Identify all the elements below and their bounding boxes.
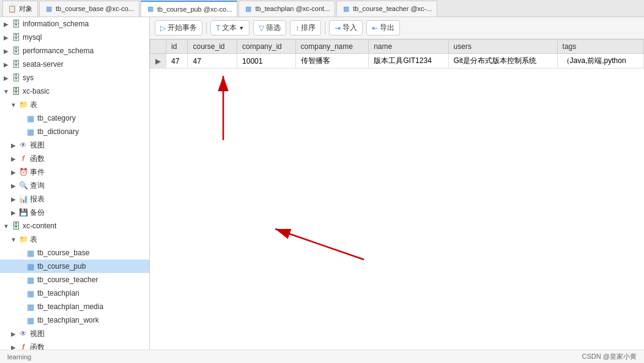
tab-course-pub[interactable]: ▦ tb_course_pub @xc-co... <box>141 1 237 17</box>
expand-icon: ▼ <box>10 236 17 243</box>
toolbar-separator-1 <box>206 22 207 34</box>
expand-icon: ▶ <box>10 209 17 216</box>
tab-course-base[interactable]: ▦ tb_course_base @xc-co... <box>39 1 139 17</box>
status-left: learning <box>7 353 31 361</box>
filter-icon: ▽ <box>259 24 264 32</box>
sidebar-item-tb-course-pub[interactable]: ▶ ▦ tb_course_pub <box>0 260 149 273</box>
table-grid-icon: ▦ <box>26 302 35 312</box>
expand-icon: ▶ <box>10 155 17 162</box>
tab-bar: 📋 对象 ▦ tb_course_base @xc-co... ▦ tb_cou… <box>0 0 644 17</box>
text-button[interactable]: T 文本 ▼ <box>210 20 250 36</box>
sidebar-item-xc-content-views[interactable]: ▶ 👁 视图 <box>0 327 149 340</box>
col-tags: tags <box>557 40 643 54</box>
table-grid-icon: ▦ <box>26 315 35 325</box>
sidebar-item-tb-course-base[interactable]: ▶ ▦ tb_course_base <box>0 246 149 260</box>
sort-button[interactable]: ↕ 排序 <box>290 20 321 36</box>
expand-icon: ▼ <box>2 222 10 230</box>
report-icon: 📊 <box>18 194 28 204</box>
sidebar-item-xc-content[interactable]: ▼ 🗄 xc-content <box>0 219 149 233</box>
import-icon: ⇥ <box>335 24 341 32</box>
sidebar-item-tb-dictionary[interactable]: ▶ ▦ tb_dictionary <box>0 125 149 138</box>
expand-icon: ▼ <box>10 101 17 108</box>
sidebar-item-xc-basic-funcs[interactable]: ▶ f 函数 <box>0 152 149 165</box>
table-icon-1: ▦ <box>45 4 53 13</box>
db-icon: 🗄 <box>11 19 21 29</box>
func-icon: f <box>18 342 28 350</box>
cell-company-id: 10001 <box>237 54 295 69</box>
sidebar-item-performance-schema[interactable]: ▶ 🗄 performance_schema <box>0 44 149 58</box>
dropdown-arrow: ▼ <box>239 25 244 31</box>
cell-company-name: 传智播客 <box>295 54 369 69</box>
begin-transaction-button[interactable]: ▷ 开始事务 <box>155 20 202 36</box>
db-icon-xc-basic: 🗄 <box>11 86 21 96</box>
db-icon: 🗄 <box>11 73 21 83</box>
object-icon: 📋 <box>8 4 17 13</box>
cell-tags: （Java,前端,python <box>557 54 643 69</box>
table-grid-icon: ▦ <box>26 261 35 271</box>
db-icon: 🗄 <box>11 59 21 69</box>
sidebar-item-xc-content-funcs[interactable]: ▶ f 函数 <box>0 340 149 350</box>
sidebar-item-xc-basic-tables[interactable]: ▼ 📁 表 <box>0 98 149 111</box>
table-grid-icon: ▦ <box>26 127 35 137</box>
db-icon: 🗄 <box>11 32 21 42</box>
view-icon: 👁 <box>18 140 28 150</box>
sidebar-item-sys[interactable]: ▶ 🗄 sys <box>0 71 149 84</box>
sidebar-item-tb-teachplan-media[interactable]: ▶ ▦ tb_teachplan_media <box>0 300 149 313</box>
expand-icon: ▶ <box>10 182 17 189</box>
export-button[interactable]: ⇤ 导出 <box>366 20 400 36</box>
filter-button[interactable]: ▽ 筛选 <box>253 20 286 36</box>
sidebar-item-information-schema[interactable]: ▶ 🗄 information_schema <box>0 17 149 31</box>
sidebar-item-tb-teachplan[interactable]: ▶ ▦ tb_teachplan <box>0 286 149 300</box>
col-course-id: course_id <box>188 40 237 54</box>
col-company-id: company_id <box>237 40 295 54</box>
folder-icon: 📁 <box>18 100 28 110</box>
sidebar-item-tb-teachplan-work[interactable]: ▶ ▦ tb_teachplan_work <box>0 313 149 327</box>
col-company-name: company_name <box>295 40 369 54</box>
expand-icon: ▶ <box>10 343 17 350</box>
sidebar-item-xc-basic-reports[interactable]: ▶ 📊 报表 <box>0 192 149 206</box>
sidebar-item-xc-basic[interactable]: ▼ 🗄 xc-basic <box>0 84 149 98</box>
content-area: ▷ 开始事务 T 文本 ▼ ▽ 筛选 ↕ 排序 ⇥ 导入 <box>150 17 644 350</box>
query-icon: 🔍 <box>18 181 28 190</box>
sidebar-item-xc-basic-views[interactable]: ▶ 👁 视图 <box>0 138 149 152</box>
sidebar-item-xc-basic-events[interactable]: ▶ ⏰ 事件 <box>0 165 149 179</box>
event-icon: ⏰ <box>18 167 28 177</box>
data-table-wrapper: id course_id company_id company_name nam… <box>150 39 644 350</box>
sidebar-item-mysql[interactable]: ▶ 🗄 mysql <box>0 31 149 44</box>
db-icon-xc-content: 🗄 <box>11 221 21 231</box>
sidebar-item-xc-basic-backup[interactable]: ▶ 💾 备份 <box>0 206 149 219</box>
sidebar-item-seata-server[interactable]: ▶ 🗄 seata-server <box>0 58 149 71</box>
table-icon-2: ▦ <box>146 5 155 13</box>
folder-icon: 📁 <box>18 234 28 244</box>
tab-objects[interactable]: 📋 对象 <box>2 1 38 17</box>
table-grid-icon: ▦ <box>26 275 35 285</box>
table-row[interactable]: ▶ 47 47 10001 传智播客 版本工具GIT1234 Git是分布式版本… <box>150 54 644 69</box>
tab-teachplan[interactable]: ▦ tb_teachplan @xc-cont... <box>239 1 335 17</box>
tab-course-teacher[interactable]: ▦ tb_course_teacher @xc-... <box>336 1 437 17</box>
cell-course-id: 47 <box>188 54 237 69</box>
func-icon: f <box>18 154 28 163</box>
expand-icon: ▶ <box>2 20 10 28</box>
import-button[interactable]: ⇥ 导入 <box>329 20 363 36</box>
sidebar-item-tb-category[interactable]: ▶ ▦ tb_category <box>0 111 149 125</box>
table-icon-3: ▦ <box>244 4 253 13</box>
col-users: users <box>448 40 557 54</box>
sidebar-item-tb-course-teacher[interactable]: ▶ ▦ tb_course_teacher <box>0 273 149 286</box>
annotation-arrows <box>150 39 644 350</box>
expand-icon: ▶ <box>2 61 10 68</box>
data-table: id course_id company_id company_name nam… <box>150 39 644 69</box>
status-bar: learning CSDN @皇家小黄 <box>0 350 644 363</box>
expand-icon: ▶ <box>2 47 10 54</box>
sidebar-item-xc-content-tables[interactable]: ▼ 📁 表 <box>0 233 149 246</box>
expand-icon: ▶ <box>2 34 10 41</box>
export-icon: ⇤ <box>372 24 378 32</box>
cell-id: 47 <box>166 54 188 69</box>
sidebar: ▶ 🗄 information_schema ▶ 🗄 mysql ▶ 🗄 per… <box>0 17 150 350</box>
status-right: CSDN @皇家小黄 <box>582 352 637 361</box>
db-icon: 🗄 <box>11 46 21 56</box>
expand-icon: ▶ <box>10 330 17 337</box>
row-arrow: ▶ <box>150 54 166 69</box>
sidebar-item-xc-basic-queries[interactable]: ▶ 🔍 查询 <box>0 179 149 192</box>
table-icon-4: ▦ <box>342 4 350 13</box>
expand-icon: ▶ <box>2 74 10 81</box>
